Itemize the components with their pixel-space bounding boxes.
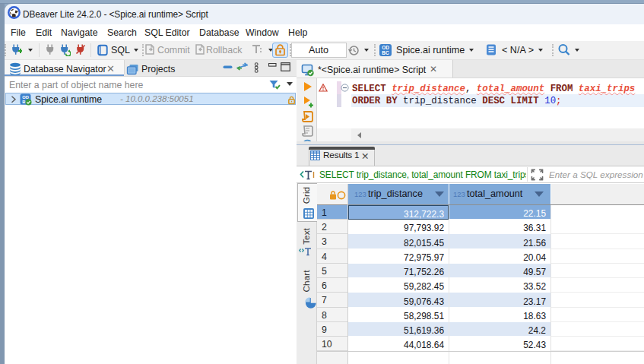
svg-text:BC: BC bbox=[382, 50, 389, 55]
svg-text:OD: OD bbox=[22, 95, 29, 100]
svg-text:OD: OD bbox=[382, 45, 389, 50]
